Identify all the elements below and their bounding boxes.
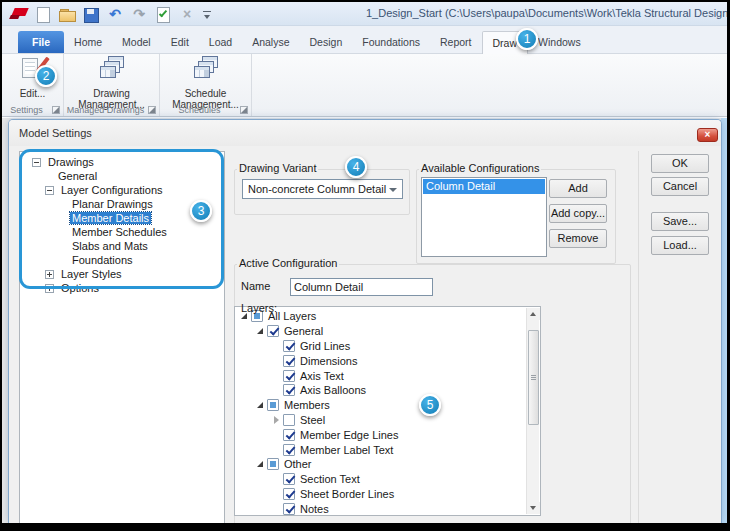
ribbon-group-managed-drawings: Drawing Management... Managed Drawings <box>64 54 160 116</box>
scroll-down-icon[interactable] <box>527 502 540 514</box>
qat-customize-dropdown-icon[interactable] <box>202 6 213 23</box>
tree-item-layer-configurations[interactable]: Layer Configurations <box>20 183 224 197</box>
collapse-icon[interactable] <box>45 186 54 195</box>
list-item-column-detail[interactable]: Column Detail <box>423 179 545 194</box>
layer-row-notes[interactable]: Notes <box>235 501 540 516</box>
save-button[interactable]: Save... <box>651 212 709 231</box>
active-configuration-label: Active Configuration <box>237 257 339 269</box>
layer-row-axis-text[interactable]: Axis Text <box>235 368 540 383</box>
dialog-title: Model Settings <box>19 127 92 139</box>
tree-item-general[interactable]: General <box>20 169 224 183</box>
tree-item-slabs-and-mats[interactable]: Slabs and Mats <box>20 239 224 253</box>
name-input[interactable] <box>290 278 433 296</box>
layer-row-grid-lines[interactable]: Grid Lines <box>235 339 540 354</box>
layer-row-member-label-text[interactable]: Member Label Text <box>235 442 540 457</box>
collapse-icon[interactable] <box>32 158 41 167</box>
tree-item-drawings[interactable]: Drawings <box>20 155 224 169</box>
drawing-variant-label: Drawing Variant <box>237 162 318 174</box>
dialog-launcher-icon[interactable] <box>148 106 156 114</box>
dialog-close-button[interactable]: × <box>697 128 718 142</box>
expand-icon[interactable] <box>45 284 54 293</box>
layer-row-steel[interactable]: Steel <box>235 413 540 428</box>
layers-tree: All Layers General Grid Lines Dimensions… <box>234 306 541 516</box>
redo-icon[interactable]: ↷ <box>130 6 148 23</box>
layer-row-member-edge-lines[interactable]: Member Edge Lines <box>235 427 540 442</box>
tab-edit[interactable]: Edit <box>161 31 199 53</box>
layer-row-section-text[interactable]: Section Text <box>235 472 540 487</box>
checkbox-checked[interactable] <box>283 444 295 456</box>
checkbox-checked[interactable] <box>283 488 295 500</box>
checkbox-checked[interactable] <box>283 429 295 441</box>
app-titlebar: ↶ ↷ × 1_Design_Start (C:\Users\paupa\Doc… <box>2 2 727 26</box>
layer-row-members[interactable]: Members <box>235 398 540 413</box>
delete-icon[interactable]: × <box>178 6 196 23</box>
schedule-management-button[interactable]: Schedule Management... <box>160 56 251 110</box>
checkbox-checked[interactable] <box>283 384 295 396</box>
undo-icon[interactable]: ↶ <box>106 6 124 23</box>
expanded-icon[interactable] <box>256 460 264 468</box>
tab-home[interactable]: Home <box>64 31 112 53</box>
layer-row-general[interactable]: General <box>235 324 540 339</box>
add-copy-button[interactable]: Add copy... <box>549 204 607 223</box>
cancel-button[interactable]: Cancel <box>651 177 709 196</box>
drawing-variant-dropdown[interactable]: Non-concrete Column Detail <box>242 179 403 199</box>
collapsed-icon[interactable] <box>272 416 280 424</box>
chevron-down-icon <box>389 188 397 192</box>
layer-row-axis-balloons[interactable]: Axis Balloons <box>235 383 540 398</box>
tekla-logo-icon <box>9 7 29 21</box>
scrollbar-thumb[interactable] <box>528 330 539 425</box>
checkbox-checked[interactable] <box>283 473 295 485</box>
checkbox-unchecked[interactable] <box>283 414 295 426</box>
open-folder-icon[interactable] <box>58 6 76 23</box>
layer-row-sheet-border-lines[interactable]: Sheet Border Lines <box>235 487 540 502</box>
remove-button[interactable]: Remove <box>549 229 607 248</box>
expanded-icon[interactable] <box>256 401 264 409</box>
expand-icon[interactable] <box>45 270 54 279</box>
tab-load[interactable]: Load <box>199 31 242 53</box>
tab-report[interactable]: Report <box>430 31 482 53</box>
tab-analyse[interactable]: Analyse <box>242 31 299 53</box>
ribbon: Edit... Settings Drawing Management... M… <box>2 54 727 117</box>
tree-item-foundations[interactable]: Foundations <box>20 253 224 267</box>
callout-5: 5 <box>419 394 441 416</box>
dialog-launcher-icon[interactable] <box>52 106 60 114</box>
tree-item-options[interactable]: Options <box>20 281 224 295</box>
expanded-icon[interactable] <box>256 327 264 335</box>
new-document-icon[interactable] <box>34 6 52 23</box>
layer-row-other[interactable]: Other <box>235 457 540 472</box>
layer-row-all-layers[interactable]: All Layers <box>235 309 540 324</box>
tree-item-layer-styles[interactable]: Layer Styles <box>20 267 224 281</box>
callout-1: 1 <box>516 28 538 50</box>
drawing-variant-value: Non-concrete Column Detail <box>248 183 386 195</box>
schedules-group-label: Schedules <box>160 105 239 115</box>
callout-4: 4 <box>345 156 367 178</box>
load-button[interactable]: Load... <box>651 236 709 255</box>
available-configurations-label: Available Configurations <box>419 162 541 174</box>
dialog-launcher-icon[interactable] <box>240 106 248 114</box>
tab-file[interactable]: File <box>18 31 64 53</box>
save-icon[interactable] <box>82 6 100 23</box>
checkbox-checked[interactable] <box>283 503 295 515</box>
dialog-titlebar: Model Settings <box>9 120 721 146</box>
checkbox-checked[interactable] <box>267 325 279 337</box>
validate-icon[interactable] <box>154 6 172 23</box>
layers-label: Layers: <box>239 302 279 314</box>
tab-foundations[interactable]: Foundations <box>352 31 430 53</box>
tree-item-member-schedules[interactable]: Member Schedules <box>20 225 224 239</box>
checkbox-partial[interactable] <box>267 458 279 470</box>
tab-model[interactable]: Model <box>112 31 161 53</box>
settings-group-label: Settings <box>2 105 51 115</box>
checkbox-partial[interactable] <box>267 399 279 411</box>
ok-button[interactable]: OK <box>651 154 709 173</box>
layer-row-dimensions[interactable]: Dimensions <box>235 353 540 368</box>
checkbox-checked[interactable] <box>283 355 295 367</box>
checkbox-checked[interactable] <box>283 340 295 352</box>
add-button[interactable]: Add <box>549 179 607 198</box>
scroll-up-icon[interactable] <box>527 308 540 320</box>
configurations-listbox[interactable]: Column Detail <box>421 177 547 257</box>
scrollbar[interactable] <box>526 308 539 514</box>
green-check-icon <box>159 8 167 17</box>
tab-design[interactable]: Design <box>300 31 353 53</box>
checkbox-checked[interactable] <box>283 370 295 382</box>
drawing-management-button[interactable]: Drawing Management... <box>64 56 159 110</box>
